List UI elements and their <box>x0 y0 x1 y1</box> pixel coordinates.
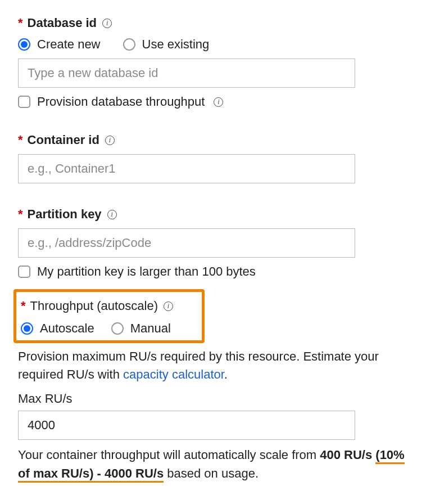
database-id-section: * Database id i Create new Use existing … <box>18 16 417 109</box>
checkbox-icon <box>18 96 30 108</box>
throughput-label: Throughput (autoscale) <box>30 299 158 313</box>
throughput-highlight-box: * Throughput (autoscale) i Autoscale Man… <box>13 289 205 343</box>
radio-icon <box>18 38 30 51</box>
checkbox-icon <box>18 266 30 278</box>
desc-text-suffix: . <box>224 367 228 381</box>
provision-throughput-label: Provision database throughput <box>37 94 205 109</box>
large-partition-key-label: My partition key is larger than 100 byte… <box>37 264 256 279</box>
radio-label: Use existing <box>142 37 210 52</box>
database-id-label: Database id <box>28 16 97 30</box>
required-marker: * <box>18 133 23 147</box>
info-icon[interactable]: i <box>105 136 115 145</box>
radio-manual[interactable]: Manual <box>111 321 171 336</box>
radio-autoscale[interactable]: Autoscale <box>21 321 94 336</box>
radio-use-existing[interactable]: Use existing <box>123 37 210 52</box>
info-icon[interactable]: i <box>164 302 173 311</box>
large-partition-key-checkbox-row[interactable]: My partition key is larger than 100 byte… <box>18 264 417 279</box>
container-id-input[interactable] <box>18 154 355 183</box>
partition-key-label-row: * Partition key i <box>18 207 417 222</box>
throughput-label-row: * Throughput (autoscale) i <box>21 299 197 313</box>
partition-key-section: * Partition key i My partition key is la… <box>18 207 417 279</box>
partition-key-input[interactable] <box>18 228 355 258</box>
radio-label: Create new <box>37 37 101 52</box>
throughput-description: Provision maximum RU/s required by this … <box>18 348 417 384</box>
radio-label: Manual <box>130 321 171 336</box>
radio-create-new[interactable]: Create new <box>18 37 101 52</box>
scale-range-part1: 400 RU/s <box>320 448 375 462</box>
scale-message: Your container throughput will automatic… <box>18 446 417 483</box>
info-icon[interactable]: i <box>102 19 112 28</box>
info-icon[interactable]: i <box>214 97 223 107</box>
radio-icon <box>123 38 135 51</box>
radio-icon <box>21 322 33 335</box>
container-id-label: Container id <box>28 133 99 147</box>
required-marker: * <box>21 299 26 313</box>
database-mode-radio-group: Create new Use existing <box>18 37 417 52</box>
throughput-mode-radio-group: Autoscale Manual <box>21 321 197 336</box>
capacity-calculator-link[interactable]: capacity calculator <box>123 367 224 381</box>
database-id-input[interactable] <box>18 58 355 88</box>
max-rus-label: Max RU/s <box>18 392 417 406</box>
radio-icon <box>111 322 124 335</box>
info-icon[interactable]: i <box>107 210 117 219</box>
max-rus-input[interactable] <box>18 411 355 440</box>
required-marker: * <box>18 16 23 30</box>
scale-msg-prefix: Your container throughput will automatic… <box>18 448 320 462</box>
container-id-label-row: * Container id i <box>18 133 417 147</box>
database-id-label-row: * Database id i <box>18 16 417 30</box>
partition-key-label: Partition key <box>28 207 102 222</box>
container-id-section: * Container id i <box>18 133 417 183</box>
provision-throughput-checkbox-row[interactable]: Provision database throughput i <box>18 94 417 109</box>
required-marker: * <box>18 207 23 222</box>
scale-msg-suffix: based on usage. <box>164 466 259 480</box>
radio-label: Autoscale <box>40 321 94 336</box>
